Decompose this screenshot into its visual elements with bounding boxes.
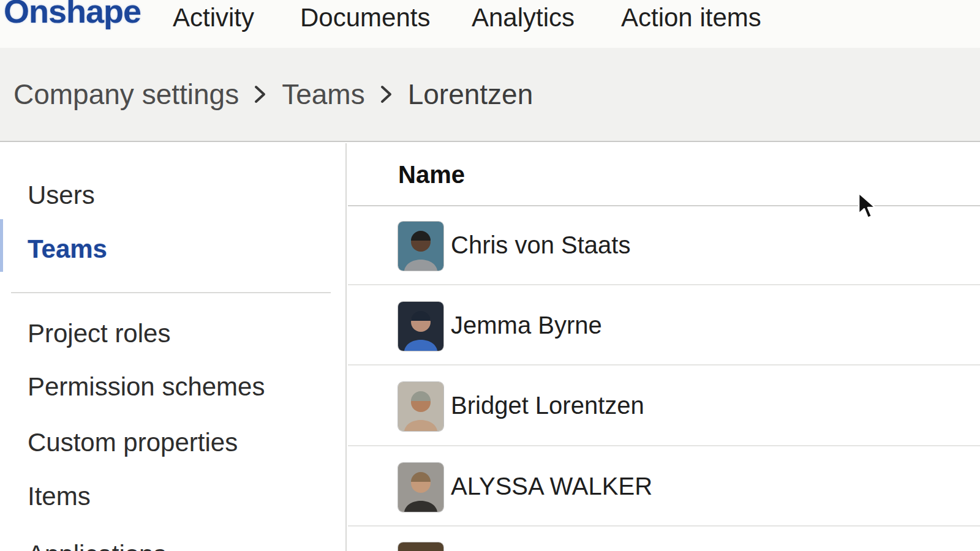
selected-item-indicator [0,219,3,272]
sidebar-item-permission-schemes[interactable]: Permission schemes [28,372,265,402]
avatar [398,302,443,351]
breadcrumb: Company settings Teams Lorentzen [0,48,980,142]
member-name: Jemma Byrne [451,311,602,339]
sidebar-item-items[interactable]: Items [28,482,91,511]
breadcrumb-lorentzen: Lorentzen [408,78,533,111]
sidebar-item-custom-properties[interactable]: Custom properties [28,428,238,457]
nav-item-action-items[interactable]: Action items [621,3,761,32]
table-row[interactable] [348,527,980,551]
settings-sidebar: Users Teams Project roles Permission sch… [0,143,347,551]
name-column-header[interactable]: Name [398,161,465,189]
sidebar-divider [11,292,331,293]
avatar [398,222,443,271]
content-area: Users Teams Project roles Permission sch… [0,143,980,551]
table-row[interactable]: Jemma Byrne [348,285,980,365]
chevron-right-icon [380,84,393,105]
avatar [398,463,443,512]
nav-item-documents[interactable]: Documents [300,3,430,32]
avatar [398,542,443,551]
onshape-logo[interactable]: Onshape [4,0,141,30]
member-name: Chris von Staats [451,231,630,258]
member-name: Bridget Lorentzen [451,392,644,419]
table-row[interactable]: Chris von Staats [348,205,980,285]
sidebar-item-teams[interactable]: Teams [28,234,107,264]
nav-item-activity[interactable]: Activity [173,3,254,32]
top-nav: Onshape Activity Documents Analytics Act… [0,0,980,48]
breadcrumb-teams[interactable]: Teams [282,78,364,111]
nav-item-analytics[interactable]: Analytics [472,3,575,32]
sidebar-item-applications[interactable]: Applications [28,540,166,551]
chevron-right-icon [254,84,267,105]
sidebar-item-project-roles[interactable]: Project roles [28,319,170,348]
breadcrumb-company-settings[interactable]: Company settings [13,78,239,111]
table-row[interactable]: Bridget Lorentzen [348,365,980,446]
team-members-panel: Name Chris von Staats [348,143,980,551]
member-name: ALYSSA WALKER [451,472,652,500]
avatar [398,382,443,431]
sidebar-item-users[interactable]: Users [28,181,95,210]
table-row[interactable]: ALYSSA WALKER [348,446,980,527]
